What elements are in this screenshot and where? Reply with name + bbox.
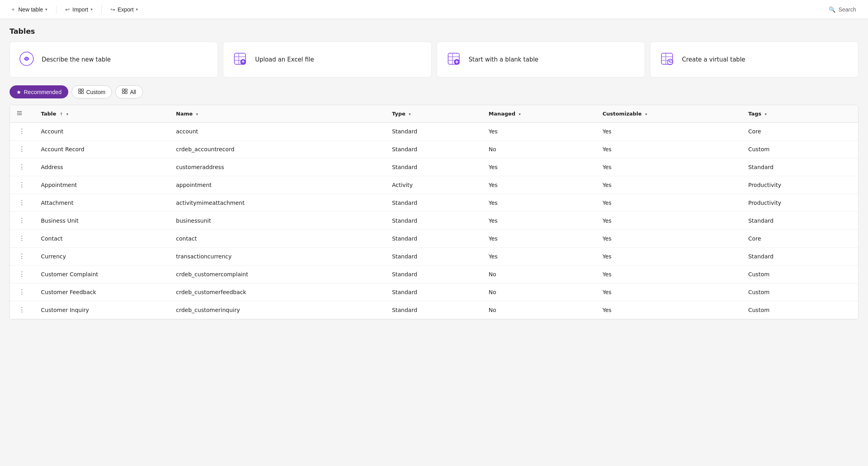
row-tags-cell: Custom (742, 266, 858, 283)
managed-sort-icon: ▾ (519, 112, 521, 116)
filter-recommended[interactable]: ★ Recommended (10, 85, 68, 98)
custom-grid-icon (78, 89, 84, 95)
row-menu-button[interactable]: ⋮ (16, 127, 28, 135)
table-row[interactable]: ⋮ Currency transactioncurrency Standard … (10, 248, 858, 266)
describe-table-card[interactable]: Describe the new table (10, 42, 218, 77)
table-row[interactable]: ⋮ Appointment appointment Activity Yes Y… (10, 176, 858, 194)
row-menu-button[interactable]: ⋮ (16, 288, 28, 296)
row-menu-button[interactable]: ⋮ (16, 199, 28, 207)
import-button[interactable]: ↩ Import ▾ (61, 4, 97, 15)
row-customizable-cell: Yes (596, 123, 742, 141)
separator-2 (101, 6, 102, 13)
svg-rect-23 (125, 89, 127, 91)
row-select-icon (16, 112, 23, 117)
filter-custom-label: Custom (86, 89, 105, 95)
filter-custom[interactable]: Custom (72, 85, 112, 98)
row-customizable-cell: Yes (596, 283, 742, 301)
svg-rect-22 (122, 89, 124, 91)
row-type-cell: Standard (386, 158, 482, 176)
row-menu-cell: ⋮ (10, 248, 35, 266)
row-type-cell: Standard (386, 248, 482, 266)
table-row[interactable]: ⋮ Account Record crdeb_accountrecord Sta… (10, 141, 858, 158)
svg-rect-25 (125, 92, 127, 94)
row-table-cell: Account (35, 123, 170, 141)
th-tags[interactable]: Tags ▾ (742, 105, 858, 123)
blank-table-icon (447, 52, 462, 67)
row-menu-button[interactable]: ⋮ (16, 145, 28, 153)
type-sort-icon: ▾ (409, 112, 411, 116)
search-button[interactable]: 🔍 Search (823, 4, 862, 15)
table-row[interactable]: ⋮ Customer Inquiry crdeb_customerinquiry… (10, 301, 858, 319)
tags-sort-icon: ▾ (765, 112, 767, 116)
export-label: Export (118, 6, 133, 13)
row-menu-button[interactable]: ⋮ (16, 181, 28, 189)
table-row[interactable]: ⋮ Contact contact Standard Yes Yes Core (10, 230, 858, 248)
row-menu-cell: ⋮ (10, 301, 35, 319)
th-customizable[interactable]: Customizable ▾ (596, 105, 742, 123)
row-tags-cell: Custom (742, 141, 858, 158)
row-table-cell: Business Unit (35, 212, 170, 230)
th-table[interactable]: Table ↑ ▾ (35, 105, 170, 123)
cards-row: Describe the new table Upload an Excel f… (10, 42, 858, 77)
row-customizable-cell: Yes (596, 176, 742, 194)
row-menu-button[interactable]: ⋮ (16, 217, 28, 225)
blank-table-card[interactable]: Start with a blank table (437, 42, 645, 77)
row-name-cell: activitymimeattachment (170, 194, 386, 212)
row-tags-cell: Productivity (742, 176, 858, 194)
row-name-cell: account (170, 123, 386, 141)
export-chevron: ▾ (136, 7, 138, 12)
svg-rect-19 (81, 89, 83, 91)
row-name-cell: appointment (170, 176, 386, 194)
row-menu-cell: ⋮ (10, 212, 35, 230)
table-row[interactable]: ⋮ Customer Complaint crdeb_customercompl… (10, 266, 858, 283)
describe-table-label: Describe the new table (42, 56, 111, 63)
row-menu-button[interactable]: ⋮ (16, 270, 28, 278)
blank-table-label: Start with a blank table (469, 56, 539, 63)
row-tags-cell: Core (742, 230, 858, 248)
excel-icon (233, 52, 249, 67)
row-customizable-cell: Yes (596, 141, 742, 158)
export-button[interactable]: ↪ Export ▾ (106, 4, 142, 15)
toolbar: ＋ New table ▾ ↩ Import ▾ ↪ Export ▾ 🔍 Se… (0, 0, 868, 19)
row-tags-cell: Standard (742, 158, 858, 176)
table-row[interactable]: ⋮ Account account Standard Yes Yes Core (10, 123, 858, 141)
row-type-cell: Standard (386, 230, 482, 248)
upload-excel-card[interactable]: Upload an Excel file (223, 42, 431, 77)
new-table-label: New table (18, 6, 43, 13)
table-row[interactable]: ⋮ Attachment activitymimeattachment Stan… (10, 194, 858, 212)
th-type[interactable]: Type ▾ (386, 105, 482, 123)
filter-all[interactable]: All (115, 85, 143, 98)
new-table-button[interactable]: ＋ New table ▾ (6, 4, 51, 15)
virtual-table-icon (660, 52, 676, 67)
row-table-cell: Account Record (35, 141, 170, 158)
table-row[interactable]: ⋮ Address customeraddress Standard Yes Y… (10, 158, 858, 176)
th-managed[interactable]: Managed ▾ (482, 105, 596, 123)
row-menu-button[interactable]: ⋮ (16, 252, 28, 260)
row-menu-cell: ⋮ (10, 266, 35, 283)
import-label: Import (72, 6, 88, 13)
table-row[interactable]: ⋮ Business Unit businessunit Standard Ye… (10, 212, 858, 230)
row-menu-button[interactable]: ⋮ (16, 163, 28, 171)
customizable-sort-icon: ▾ (645, 112, 647, 116)
row-table-cell: Currency (35, 248, 170, 266)
th-name[interactable]: Name ▾ (170, 105, 386, 123)
table-row[interactable]: ⋮ Customer Feedback crdeb_customerfeedba… (10, 283, 858, 301)
row-managed-cell: Yes (482, 248, 596, 266)
export-icon: ↪ (110, 6, 115, 13)
row-type-cell: Standard (386, 123, 482, 141)
row-managed-cell: Yes (482, 123, 596, 141)
row-menu-button[interactable]: ⋮ (16, 306, 28, 314)
row-menu-button[interactable]: ⋮ (16, 235, 28, 243)
row-type-cell: Standard (386, 283, 482, 301)
all-grid-icon (122, 89, 128, 95)
row-type-cell: Standard (386, 212, 482, 230)
virtual-table-card[interactable]: Create a virtual table (650, 42, 858, 77)
svg-rect-20 (79, 92, 81, 94)
import-chevron: ▾ (91, 7, 93, 12)
row-name-cell: crdeb_customerfeedback (170, 283, 386, 301)
th-customizable-label: Customizable (603, 111, 642, 117)
row-managed-cell: Yes (482, 176, 596, 194)
row-menu-cell: ⋮ (10, 141, 35, 158)
th-name-label: Name (176, 111, 193, 117)
page-title: Tables (10, 27, 858, 35)
